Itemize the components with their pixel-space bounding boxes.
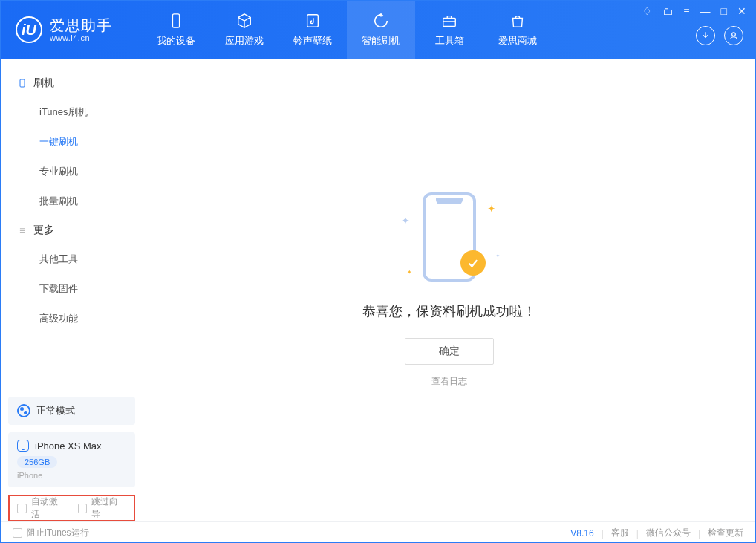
download-button[interactable] (696, 26, 715, 45)
main-content: ✦ ✦ ✦ ✦ 恭喜您，保资料刷机成功啦！ 确定 查看日志 (143, 59, 755, 521)
nav-label: 工具箱 (435, 34, 464, 48)
nav-label: 我的设备 (157, 34, 195, 48)
sparkle-icon: ✦ (487, 203, 496, 215)
nav-smart-flash[interactable]: 智能刷机 (347, 1, 415, 59)
nav-label: 铃声壁纸 (293, 34, 332, 48)
sidebar-item-other-tools[interactable]: 其他工具 (1, 244, 143, 274)
svg-rect-1 (307, 15, 319, 27)
view-log-link[interactable]: 查看日志 (431, 375, 467, 388)
list-icon: ≡ (17, 225, 27, 235)
nav-store[interactable]: 爱思商城 (483, 1, 552, 59)
nav-label: 应用游戏 (225, 34, 264, 48)
logo-block[interactable]: iU 爱思助手 www.i4.cn (1, 1, 142, 59)
sparkle-icon: ✦ (407, 269, 412, 276)
device-card[interactable]: iPhone XS Max 256GB iPhone (8, 432, 135, 487)
success-illustration: ✦ ✦ ✦ ✦ (394, 192, 505, 289)
status-bar: 阻止iTunes运行 V8.16 | 客服 | 微信公众号 | 检查更新 (1, 521, 755, 543)
nav-toolbox[interactable]: 工具箱 (415, 1, 483, 59)
sidebar-item-batch-flash[interactable]: 批量刷机 (1, 186, 143, 216)
sidebar-group-flash: 刷机 (1, 69, 143, 97)
confirm-button[interactable]: 确定 (405, 338, 494, 365)
window-controls: ♢ 🗀 ≡ — □ ✕ (642, 5, 746, 17)
nav-my-device[interactable]: 我的设备 (142, 1, 210, 59)
menu-icon[interactable]: ≡ (683, 5, 689, 17)
close-button[interactable]: ✕ (737, 5, 746, 17)
footer-check-update-link[interactable]: 检查更新 (708, 527, 743, 539)
block-itunes-checkbox[interactable]: 阻止iTunes运行 (13, 527, 89, 539)
bag-icon (509, 12, 527, 30)
user-button[interactable] (724, 26, 743, 45)
app-header: iU 爱思助手 www.i4.cn 我的设备 应用游戏 铃声壁纸 智能刷机 工具… (1, 1, 755, 59)
toolbox-icon (440, 12, 458, 30)
sidebar-item-pro-flash[interactable]: 专业刷机 (1, 157, 143, 186)
auto-activate-checkbox[interactable]: 自动激活 (17, 495, 66, 521)
sidebar: 刷机 iTunes刷机 一键刷机 专业刷机 批量刷机 ≡ 更多 其他工具 下载固… (1, 59, 143, 521)
logo-icon: iU (16, 16, 42, 43)
device-icon (167, 12, 185, 30)
music-icon (304, 12, 322, 30)
lock-icon[interactable]: 🗀 (662, 5, 673, 17)
success-message: 恭喜您，保资料刷机成功啦！ (362, 302, 536, 320)
sidebar-item-oneclick-flash[interactable]: 一键刷机 (1, 127, 143, 157)
sparkle-icon: ✦ (495, 253, 501, 259)
nav-apps-games[interactable]: 应用游戏 (210, 1, 278, 59)
svg-rect-0 (172, 14, 179, 27)
svg-rect-4 (20, 79, 25, 87)
skip-guide-checkbox[interactable]: 跳过向导 (78, 495, 127, 521)
refresh-icon (372, 12, 390, 30)
sparkle-icon: ✦ (401, 215, 410, 227)
footer-wechat-link[interactable]: 微信公众号 (646, 527, 691, 539)
check-badge-icon (460, 250, 486, 276)
shirt-icon[interactable]: ♢ (642, 5, 652, 17)
footer-support-link[interactable]: 客服 (611, 527, 629, 539)
svg-rect-2 (443, 18, 456, 26)
maximize-button[interactable]: □ (721, 5, 727, 17)
nav-ringtone-wallpaper[interactable]: 铃声壁纸 (278, 1, 347, 59)
device-type: iPhone (17, 471, 126, 480)
nav-label: 爱思商城 (498, 34, 537, 48)
svg-point-3 (732, 33, 736, 36)
device-storage: 256GB (17, 456, 57, 468)
highlighted-options: 自动激活 跳过向导 (8, 495, 135, 521)
sidebar-item-advanced[interactable]: 高级功能 (1, 304, 143, 334)
cube-icon (235, 12, 253, 30)
sidebar-item-download-firmware[interactable]: 下载固件 (1, 274, 143, 304)
sidebar-item-itunes-flash[interactable]: iTunes刷机 (1, 97, 143, 127)
device-name: iPhone XS Max (35, 440, 102, 452)
minimize-button[interactable]: — (700, 5, 711, 17)
mode-card[interactable]: 正常模式 (8, 397, 135, 425)
mode-icon (17, 404, 30, 417)
mode-label: 正常模式 (36, 404, 75, 417)
nav-label: 智能刷机 (362, 34, 400, 48)
nav-tabs: 我的设备 应用游戏 铃声壁纸 智能刷机 工具箱 爱思商城 (142, 1, 552, 59)
app-title: 爱思助手 (50, 17, 112, 33)
device-small-icon (17, 440, 29, 452)
app-subtitle: www.i4.cn (50, 33, 112, 42)
phone-small-icon (17, 78, 27, 88)
version-label: V8.16 (570, 528, 593, 539)
sidebar-group-more: ≡ 更多 (1, 216, 143, 244)
